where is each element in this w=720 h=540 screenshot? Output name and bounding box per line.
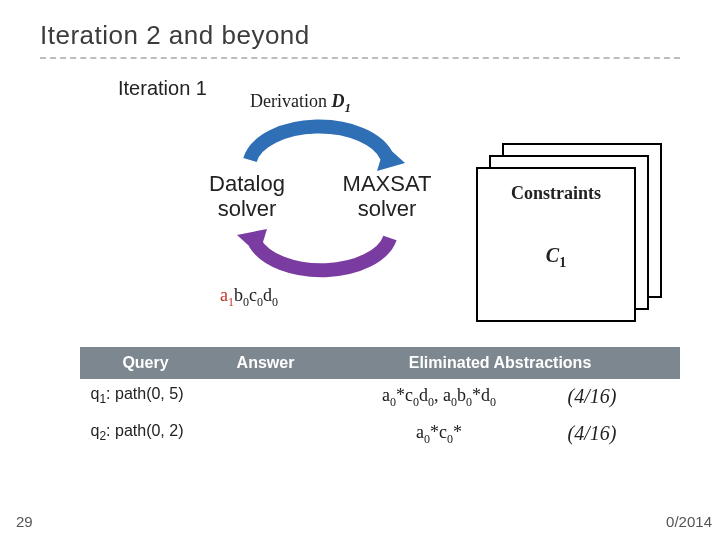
content-area: Iteration 1 Derivation D1 Datalog solver… bbox=[40, 73, 680, 503]
top-arrow bbox=[235, 115, 405, 175]
sheet-front: Constraints C1 bbox=[476, 167, 636, 322]
table-header-row: Query Answer Eliminated Abstractions bbox=[81, 348, 680, 379]
slide: Iteration 2 and beyond Iteration 1 Deriv… bbox=[0, 0, 720, 540]
cell-frac: (4/16) bbox=[558, 379, 680, 416]
title-divider bbox=[40, 57, 680, 59]
cell-query: q1: path(0, 5) bbox=[81, 379, 211, 416]
maxsat-solver-label: MAXSAT solver bbox=[314, 171, 460, 222]
derivation-sub: 1 bbox=[344, 100, 351, 115]
iteration-label: Iteration 1 bbox=[118, 77, 208, 100]
solver-row: Datalog solver MAXSAT solver bbox=[180, 171, 460, 222]
abstraction-string: a1b0c0d0 bbox=[220, 285, 278, 310]
cell-elim: a0*c0* bbox=[321, 416, 558, 453]
constraints-symbol: C1 bbox=[488, 244, 624, 271]
results-table: Query Answer Eliminated Abstractions q1:… bbox=[80, 347, 680, 452]
date-fragment: 0/2014 bbox=[666, 513, 712, 530]
col-answer: Answer bbox=[211, 348, 321, 379]
page-number: 29 bbox=[16, 513, 33, 530]
cell-answer bbox=[211, 379, 321, 416]
col-query: Query bbox=[81, 348, 211, 379]
table-row: q1: path(0, 5) a0*c0d0, a0b0*d0 (4/16) bbox=[81, 379, 680, 416]
bottom-arrow bbox=[235, 223, 405, 283]
cell-answer bbox=[211, 416, 321, 453]
cell-elim: a0*c0d0, a0b0*d0 bbox=[321, 379, 558, 416]
cell-frac: (4/16) bbox=[558, 416, 680, 453]
cell-query: q2: path(0, 2) bbox=[81, 416, 211, 453]
derivation-label: Derivation D1 bbox=[250, 91, 351, 116]
col-eliminated: Eliminated Abstractions bbox=[321, 348, 680, 379]
table-row: q2: path(0, 2) a0*c0* (4/16) bbox=[81, 416, 680, 453]
constraints-title: Constraints bbox=[488, 183, 624, 204]
derivation-sym: D bbox=[331, 91, 344, 111]
constraints-stack: Constraints C1 bbox=[476, 143, 676, 313]
datalog-solver-label: Datalog solver bbox=[180, 171, 314, 222]
slide-title: Iteration 2 and beyond bbox=[40, 20, 680, 51]
derivation-word: Derivation bbox=[250, 91, 331, 111]
